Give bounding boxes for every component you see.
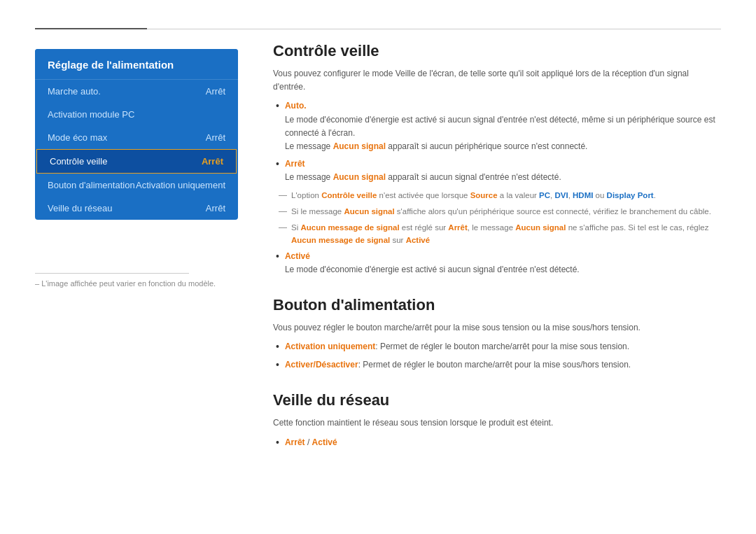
bullet-dot-arret: • bbox=[276, 157, 279, 171]
top-bar-light bbox=[147, 29, 721, 29]
activer-desactiver-text: : Permet de régler le bouton marche/arrê… bbox=[358, 360, 631, 370]
bullet-auto: • Auto. Le mode d'économie d'énergie est… bbox=[273, 99, 721, 153]
sidebar: Réglage de l'alimentation Marche auto. A… bbox=[35, 49, 238, 220]
section-controle-veille: Contrôle veille Vous pouvez configurer l… bbox=[273, 42, 721, 276]
sub-note-dash-2: — bbox=[279, 205, 287, 218]
sidebar-item-bouton[interactable]: Bouton d'alimentation Activation uniquem… bbox=[35, 174, 238, 197]
sub-note-3: — Si Aucun message de signal est réglé s… bbox=[273, 221, 721, 247]
sidebar-label-activation-module: Activation module PC bbox=[48, 109, 134, 120]
arret-aucun-signal: Aucun signal bbox=[333, 172, 386, 182]
controle-veille-description: Vous pouvez configurer le mode Veille de… bbox=[273, 67, 721, 94]
veille-reseau-description: Cette fonction maintient le réseau sous … bbox=[273, 416, 721, 430]
veille-arret-label: Arrêt bbox=[285, 437, 305, 447]
bullet-content-auto: Auto. Le mode d'économie d'énergie est a… bbox=[285, 99, 721, 153]
active-label: Activé bbox=[285, 251, 310, 261]
sidebar-divider bbox=[35, 273, 189, 274]
bouton-alimentation-title: Bouton d'alimentation bbox=[273, 296, 721, 314]
auto-text3: apparaît si aucun périphérique source n'… bbox=[386, 141, 587, 151]
sidebar-title: Réglage de l'alimentation bbox=[35, 49, 238, 80]
section-bouton-alimentation: Bouton d'alimentation Vous pouvez régler… bbox=[273, 296, 721, 372]
auto-text2: Le message bbox=[285, 141, 333, 151]
bullet-veille-reseau: • Arrêt / Activé bbox=[273, 436, 721, 450]
sidebar-label-bouton: Bouton d'alimentation bbox=[48, 180, 135, 190]
sidebar-label-veille-reseau: Veille du réseau bbox=[48, 203, 113, 213]
controle-veille-title: Contrôle veille bbox=[273, 42, 721, 60]
main-content: Contrôle veille Vous pouvez configurer l… bbox=[273, 42, 721, 513]
arret-text2: apparaît si aucun signal d'entrée n'est … bbox=[386, 172, 561, 182]
bullet-content-arret: Arrêt Le message Aucun signal apparaît s… bbox=[285, 157, 721, 184]
sidebar-item-marche-auto[interactable]: Marche auto. Arrêt bbox=[35, 80, 238, 103]
bullet-dot-auto: • bbox=[276, 99, 279, 113]
veille-active-label: Activé bbox=[312, 437, 337, 447]
active-text: Le mode d'économie d'énergie est activé … bbox=[285, 265, 580, 274]
bullet-arret: • Arrêt Le message Aucun signal apparaît… bbox=[273, 157, 721, 184]
arret-label: Arrêt bbox=[285, 159, 305, 169]
bouton-alimentation-description: Vous pouvez régler le bouton marche/arrê… bbox=[273, 321, 721, 335]
activation-text: : Permet de régler le bouton marche/arrê… bbox=[375, 342, 629, 351]
bullet-content-activer: Activer/Désactiver: Permet de régler le … bbox=[285, 358, 721, 372]
sub-note-2: — Si le message Aucun signal s'affiche a… bbox=[273, 205, 721, 218]
bullet-content-veille: Arrêt / Activé bbox=[285, 436, 721, 449]
sidebar-note-text: – L'image affichée peut varier en foncti… bbox=[35, 279, 238, 288]
bullet-active: • Activé Le mode d'économie d'énergie es… bbox=[273, 250, 721, 276]
sub-note-text-1: L'option Contrôle veille n'est activée q… bbox=[291, 189, 721, 202]
sidebar-value-controle-veille: Arrêt bbox=[202, 156, 223, 167]
veille-reseau-title: Veille du réseau bbox=[273, 391, 721, 409]
auto-aucun-signal: Aucun signal bbox=[333, 141, 386, 151]
sidebar-label-controle-veille: Contrôle veille bbox=[50, 156, 107, 167]
activation-label: Activation uniquement bbox=[285, 342, 375, 351]
top-bar-dark bbox=[35, 28, 147, 29]
section-veille-reseau: Veille du réseau Cette fonction maintien… bbox=[273, 391, 721, 449]
sidebar-value-marche-auto: Arrêt bbox=[206, 86, 225, 97]
sub-note-text-2: Si le message Aucun signal s'affiche alo… bbox=[291, 205, 721, 218]
bullet-dot-veille: • bbox=[276, 436, 279, 450]
bullet-dot-active: • bbox=[276, 250, 279, 264]
bullet-activer-desactiver: • Activer/Désactiver: Permet de régler l… bbox=[273, 358, 721, 372]
sidebar-label-marche-auto: Marche auto. bbox=[48, 86, 101, 97]
auto-label: Auto. bbox=[285, 101, 307, 111]
sub-note-dash-1: — bbox=[279, 189, 287, 202]
sidebar-value-mode-eco: Arrêt bbox=[206, 132, 225, 143]
bullet-content-active: Activé Le mode d'économie d'énergie est … bbox=[285, 250, 721, 276]
sub-note-text-3: Si Aucun message de signal est réglé sur… bbox=[291, 221, 721, 247]
veille-separator: / bbox=[305, 437, 312, 447]
sidebar-value-veille-reseau: Arrêt bbox=[206, 203, 225, 213]
sidebar-item-mode-eco[interactable]: Mode éco max Arrêt bbox=[35, 126, 238, 149]
sidebar-value-bouton: Activation uniquement bbox=[136, 180, 225, 190]
auto-text1: Le mode d'économie d'énergie est activé … bbox=[285, 115, 715, 138]
sidebar-item-activation-module[interactable]: Activation module PC bbox=[35, 103, 238, 126]
arret-text1: Le message bbox=[285, 172, 333, 182]
sub-note-dash-3: — bbox=[279, 221, 287, 234]
sidebar-item-controle-veille[interactable]: Contrôle veille Arrêt bbox=[36, 149, 237, 174]
sidebar-label-mode-eco: Mode éco max bbox=[48, 132, 107, 143]
sidebar-note: – L'image affichée peut varier en foncti… bbox=[35, 273, 238, 288]
bullet-dot-activation: • bbox=[276, 340, 279, 354]
sidebar-item-veille-reseau[interactable]: Veille du réseau Arrêt bbox=[35, 197, 238, 220]
bullet-activation-uniquement: • Activation uniquement: Permet de régle… bbox=[273, 340, 721, 354]
bullet-content-activation: Activation uniquement: Permet de régler … bbox=[285, 340, 721, 353]
activer-desactiver-label: Activer/Désactiver bbox=[285, 360, 358, 370]
top-bar bbox=[35, 28, 721, 29]
bullet-dot-activer: • bbox=[276, 358, 279, 372]
sub-note-1: — L'option Contrôle veille n'est activée… bbox=[273, 189, 721, 202]
